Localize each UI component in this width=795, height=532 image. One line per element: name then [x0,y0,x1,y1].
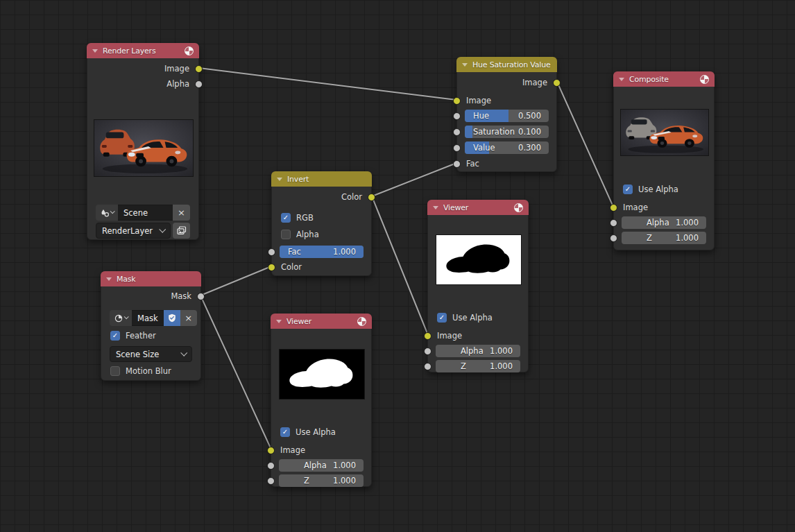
node-header-invert[interactable]: Invert [271,171,372,187]
fac-slider[interactable]: Fac 1.000 [280,246,364,258]
input-row-image: Image [614,200,714,215]
socket-saturation-input[interactable] [453,128,461,136]
socket-image-input[interactable] [267,447,275,454]
alpha-row: ✓ Alpha [272,227,371,242]
render-layer-row: RenderLayer [87,223,198,239]
collapse-arrow-icon[interactable] [106,277,112,281]
z-row: Z 1.000 [614,230,714,246]
alpha-checkbox[interactable]: ✓ [281,230,291,239]
socket-image-output[interactable] [553,79,561,87]
alpha-value-field[interactable]: Alpha 1.000 [436,345,520,357]
mask-datablock-button[interactable] [110,310,132,326]
preview-sphere-icon[interactable] [700,75,709,84]
rgb-checkbox[interactable]: ✓ [281,213,291,223]
socket-alpha-input[interactable] [424,347,431,355]
socket-alpha-input[interactable] [610,219,617,227]
alpha-value-field[interactable]: Alpha 1.000 [279,459,364,472]
socket-image-input[interactable] [424,332,431,340]
node-header-composite[interactable]: Composite [613,71,715,87]
scene-unlink-button[interactable]: × [173,205,190,221]
value-slider[interactable]: Value 0.300 [465,141,549,154]
node-render-layers[interactable]: Render Layers Image Alpha [87,43,199,240]
render-passes-button[interactable] [173,223,190,239]
motion-blur-label: Motion Blur [126,366,171,376]
node-invert[interactable]: Invert Color ✓ RGB ✓ Alpha Fac 1.000 Col… [271,171,372,276]
collapse-arrow-icon[interactable] [277,178,282,181]
node-title: Hue Saturation Value [472,60,552,69]
node-viewer-bottom[interactable]: Viewer ✓ Use Alpha Image Alpha 1.000 [271,314,372,487]
motion-blur-checkbox[interactable]: ✓ [110,366,120,376]
use-alpha-checkbox[interactable]: ✓ [437,313,447,323]
chevron-down-icon [123,314,128,319]
input-row-image: Image [457,93,556,108]
close-icon: × [178,208,185,217]
collapse-arrow-icon[interactable] [433,206,438,209]
node-mask[interactable]: Mask Mask Mask [101,271,201,381]
size-mode-select[interactable]: Scene Size [110,346,192,362]
socket-image-input[interactable] [453,97,461,105]
node-hue-saturation-value[interactable]: Hue Saturation Value Image Image Hue 0.5… [456,57,557,172]
render-image-icon [177,226,187,235]
feather-checkbox[interactable]: ✓ [110,331,120,341]
socket-z-input[interactable] [267,477,275,485]
saturation-slider[interactable]: Saturation 0.100 [465,126,549,138]
use-alpha-checkbox[interactable]: ✓ [623,185,633,194]
fake-user-button[interactable] [164,310,180,326]
socket-label-image: Image [164,64,189,74]
mask-datablock-row: Mask × [101,310,200,326]
socket-value-input[interactable] [453,144,461,152]
z-value-field[interactable]: Z 1.000 [436,360,520,372]
node-composite[interactable]: Composite [613,71,715,250]
scene-name-field[interactable]: Scene [118,205,173,221]
socket-color-input[interactable] [268,264,275,271]
collapse-arrow-icon[interactable] [619,78,624,81]
node-header-render-layers[interactable]: Render Layers [87,43,199,58]
z-value-field[interactable]: Z 1.000 [279,474,364,487]
socket-hue-input[interactable] [453,112,461,120]
preview-sphere-icon[interactable] [185,46,194,55]
z-value-field[interactable]: Z 1.000 [622,232,706,244]
socket-image-output[interactable] [195,65,203,73]
alpha-value-field[interactable]: Alpha 1.000 [622,216,706,229]
use-alpha-label: Use Alpha [638,185,678,194]
mask-unlink-button[interactable]: × [180,310,197,326]
mask-name-field[interactable]: Mask [132,310,164,326]
hue-slider[interactable]: Hue 0.500 [465,110,549,122]
node-header-hsv[interactable]: Hue Saturation Value [456,57,557,72]
alpha-row: Alpha 1.000 [271,458,371,473]
chevron-down-icon [110,209,114,214]
node-editor-canvas[interactable]: Render Layers Image Alpha [0,0,795,532]
rgb-label: RGB [296,213,314,223]
socket-color-output[interactable] [368,194,375,201]
node-viewer-middle[interactable]: Viewer ✓ Use Alpha Image Alpha 1.000 [427,200,529,372]
socket-fac-input[interactable] [453,160,461,168]
node-header-viewer[interactable]: Viewer [271,314,372,329]
hue-row: Hue 0.500 [457,108,556,123]
socket-label-fac: Fac [466,159,479,169]
collapse-arrow-icon[interactable] [462,63,468,67]
preview-sphere-icon[interactable] [514,203,523,212]
socket-fac-input[interactable] [268,248,275,256]
socket-alpha-output[interactable] [195,80,203,88]
node-title: Invert [287,175,366,184]
output-row-mask: Mask [101,289,200,304]
node-header-viewer[interactable]: Viewer [427,200,529,215]
socket-alpha-input[interactable] [267,462,275,470]
collapse-arrow-icon[interactable] [92,49,98,53]
check-icon: ✓ [112,332,118,339]
node-header-mask[interactable]: Mask [101,271,201,286]
socket-mask-output[interactable] [197,293,205,300]
render-layer-select[interactable]: RenderLayer [96,223,171,239]
socket-label-image: Image [466,96,491,105]
close-icon: × [185,314,192,323]
socket-label-mask: Mask [171,291,191,301]
check-icon: ✓ [282,429,288,436]
collapse-arrow-icon[interactable] [276,320,282,323]
render-preview-image [94,119,194,177]
socket-z-input[interactable] [424,363,431,370]
scene-datablock-button[interactable] [96,205,118,221]
use-alpha-checkbox[interactable]: ✓ [280,427,290,437]
preview-sphere-icon[interactable] [357,317,366,326]
socket-image-input[interactable] [610,204,617,212]
socket-z-input[interactable] [610,234,617,242]
